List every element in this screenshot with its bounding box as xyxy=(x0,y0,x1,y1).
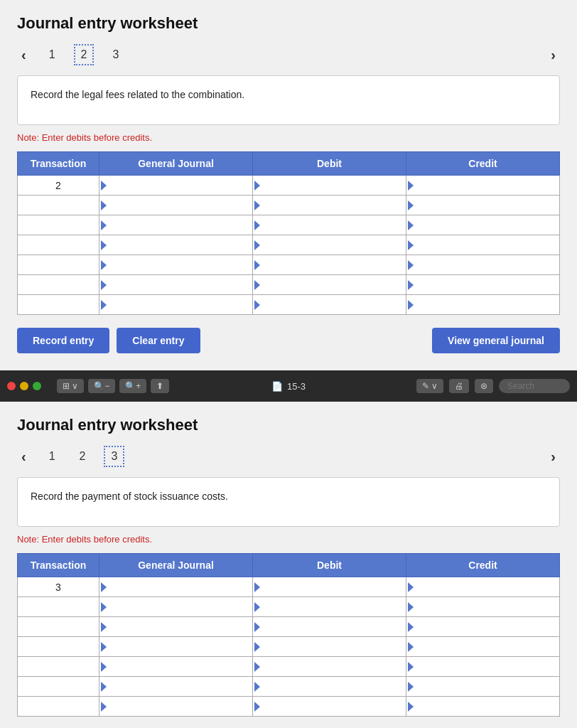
top-debit-input-3[interactable] xyxy=(260,215,406,235)
view-toggle-button[interactable]: ⊞ ∨ xyxy=(57,379,84,393)
bottom-debit-input-1[interactable] xyxy=(260,577,406,596)
table-row xyxy=(18,617,560,637)
bottom-gj-input-4[interactable] xyxy=(107,637,252,656)
taskbar-filename: 15-3 xyxy=(287,381,306,392)
top-button-row: Record entry Clear entry View general jo… xyxy=(17,328,560,353)
top-gj-input-6[interactable] xyxy=(107,275,252,294)
bottom-nav-page-1[interactable]: 1 xyxy=(43,447,61,466)
bottom-credit-input-3[interactable] xyxy=(414,617,559,636)
bottom-gj-input-6[interactable] xyxy=(107,677,252,696)
top-nav-page-1[interactable]: 1 xyxy=(43,46,61,64)
top-credit-input-3[interactable] xyxy=(414,215,559,235)
top-gj-input-4[interactable] xyxy=(107,235,252,255)
top-credit-input-1[interactable] xyxy=(414,176,559,195)
top-gj-cell-1[interactable] xyxy=(99,176,253,196)
clear-entry-button[interactable]: Clear entry xyxy=(117,328,200,353)
taskbar-search-input[interactable] xyxy=(499,379,570,393)
top-credit-cell-1[interactable] xyxy=(406,176,560,196)
bottom-instruction-box: Record the payment of stock issuance cos… xyxy=(17,477,560,527)
blue-triangle-icon xyxy=(408,622,414,632)
edit-button[interactable]: ✎ ∨ xyxy=(416,379,443,393)
bottom-credit-input-2[interactable] xyxy=(414,597,559,616)
table-row xyxy=(18,597,560,617)
blue-triangle-icon xyxy=(101,582,107,592)
blue-triangle-icon xyxy=(101,181,107,191)
top-gj-input-7[interactable] xyxy=(107,295,252,314)
fullscreen-dot[interactable] xyxy=(33,382,41,390)
table-row xyxy=(18,275,560,295)
taskbar-right-icons: ✎ ∨ 🖨 ⊛ xyxy=(416,379,570,393)
blue-triangle-icon xyxy=(254,200,260,210)
blue-triangle-icon xyxy=(408,240,414,250)
taskbar-toolbar: ⊞ ∨ 🔍− 🔍+ ⬆ xyxy=(57,379,169,393)
blue-triangle-icon xyxy=(408,220,414,230)
close-dot[interactable] xyxy=(7,382,16,390)
bottom-next-arrow[interactable]: › xyxy=(546,447,560,466)
bottom-debit-input-3[interactable] xyxy=(260,617,406,636)
top-credit-input-7[interactable] xyxy=(414,295,559,314)
top-nav-page-2[interactable]: 2 xyxy=(74,44,95,65)
top-gj-input-2[interactable] xyxy=(107,196,252,215)
bottom-header-general-journal: General Journal xyxy=(99,554,253,577)
blue-triangle-icon xyxy=(101,220,107,230)
bottom-credit-input-1[interactable] xyxy=(414,577,559,596)
bottom-credit-input-7[interactable] xyxy=(414,697,559,716)
bottom-credit-input-5[interactable] xyxy=(414,657,559,676)
top-debit-cell-2[interactable] xyxy=(253,196,406,215)
bottom-prev-arrow[interactable]: ‹ xyxy=(17,447,31,466)
bottom-debit-input-7[interactable] xyxy=(260,697,406,716)
bottom-credit-input-4[interactable] xyxy=(414,637,559,656)
top-panel: Journal entry worksheet ‹ 1 2 3 › Record… xyxy=(0,0,577,370)
bottom-debit-input-2[interactable] xyxy=(260,597,406,616)
top-credit-input-6[interactable] xyxy=(414,275,559,294)
blue-triangle-icon xyxy=(254,602,260,612)
blue-triangle-icon xyxy=(254,702,260,712)
bottom-credit-input-6[interactable] xyxy=(414,677,559,696)
top-credit-input-2[interactable] xyxy=(414,196,559,215)
table-row xyxy=(18,677,560,697)
bottom-debit-input-5[interactable] xyxy=(260,657,406,676)
blue-triangle-icon xyxy=(101,642,107,652)
top-next-arrow[interactable]: › xyxy=(546,46,560,65)
zoom-out-button[interactable]: 🔍− xyxy=(88,379,115,393)
top-transaction-empty-2 xyxy=(18,196,99,215)
top-nav-page-3[interactable]: 3 xyxy=(107,46,124,64)
bottom-debit-input-4[interactable] xyxy=(260,637,406,656)
top-debit-input-4[interactable] xyxy=(260,235,406,255)
top-credit-input-5[interactable] xyxy=(414,255,559,274)
top-debit-input-7[interactable] xyxy=(260,295,406,314)
top-debit-input-6[interactable] xyxy=(260,275,406,294)
print-button[interactable]: 🖨 xyxy=(449,379,469,393)
blue-triangle-icon xyxy=(408,662,414,672)
bottom-nav-page-2[interactable]: 2 xyxy=(74,447,92,466)
table-row xyxy=(18,657,560,677)
blue-triangle-icon xyxy=(101,240,107,250)
bottom-debit-input-6[interactable] xyxy=(260,677,406,696)
bottom-gj-input-1[interactable] xyxy=(107,577,252,596)
bottom-transaction-num: 3 xyxy=(18,577,99,597)
top-credit-cell-2[interactable] xyxy=(406,196,560,215)
blue-triangle-icon xyxy=(408,682,414,692)
blue-triangle-icon xyxy=(254,300,260,310)
top-debit-input-1[interactable] xyxy=(260,176,406,195)
bottom-gj-input-5[interactable] xyxy=(107,657,252,676)
bottom-nav-page-3[interactable]: 3 xyxy=(104,446,124,467)
zoom-in-button[interactable]: 🔍+ xyxy=(119,379,146,393)
top-debit-cell-1[interactable] xyxy=(253,176,406,196)
top-gj-cell-2[interactable] xyxy=(99,196,253,215)
share-button[interactable]: ⬆ xyxy=(151,379,169,393)
top-gj-input-5[interactable] xyxy=(107,255,252,274)
bottom-gj-input-2[interactable] xyxy=(107,597,252,616)
view-general-journal-button[interactable]: View general journal xyxy=(432,328,560,353)
top-gj-input-3[interactable] xyxy=(107,215,252,235)
top-gj-input-1[interactable] xyxy=(107,176,252,195)
minimize-dot[interactable] xyxy=(20,382,28,390)
bottom-gj-input-7[interactable] xyxy=(107,697,252,716)
apple-icon[interactable]: ⊛ xyxy=(475,379,493,393)
bottom-gj-input-3[interactable] xyxy=(107,617,252,636)
top-prev-arrow[interactable]: ‹ xyxy=(17,46,31,65)
top-debit-input-5[interactable] xyxy=(260,255,406,274)
top-debit-input-2[interactable] xyxy=(260,196,406,215)
record-entry-button[interactable]: Record entry xyxy=(17,328,109,353)
top-credit-input-4[interactable] xyxy=(414,235,559,255)
